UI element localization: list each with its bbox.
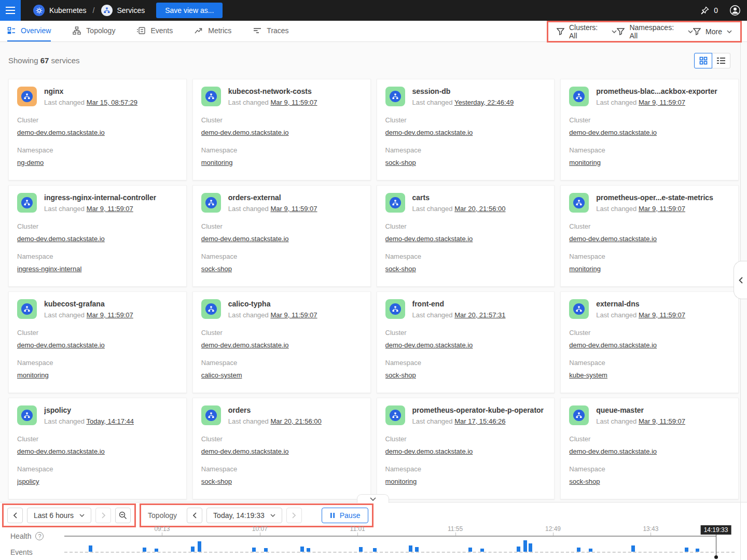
service-name[interactable]: calico-typha [228, 300, 317, 308]
service-card[interactable]: jspolicy Last changed Today, 14:17:44 Cl… [8, 398, 187, 499]
namespace-link[interactable]: sock-shop [385, 371, 416, 379]
service-name[interactable]: kubecost-network-costs [228, 87, 317, 95]
service-card[interactable]: front-end Last changed Mar 20, 21:57:31 … [377, 291, 555, 393]
last-changed-link[interactable]: Mar 9, 11:59:07 [639, 99, 685, 106]
service-card[interactable]: external-dns Last changed Mar 9, 11:59:0… [560, 291, 739, 393]
filter-clusters[interactable]: Clusters: All [557, 23, 617, 40]
help-icon[interactable]: ? [35, 532, 44, 540]
service-name[interactable]: nginx [44, 87, 137, 95]
namespace-link[interactable]: calico-system [201, 371, 242, 379]
event-bar[interactable] [589, 549, 592, 552]
cluster-link[interactable]: demo-dev.demo.stackstate.io [385, 341, 473, 349]
event-bar[interactable] [307, 548, 310, 552]
topology-time-back-button[interactable] [187, 508, 202, 523]
service-card[interactable]: orders Last changed Mar 20, 21:56:00 Clu… [192, 398, 371, 499]
last-changed-link[interactable]: Mar 20, 21:57:31 [454, 311, 505, 319]
event-bar[interactable] [517, 547, 520, 552]
service-name[interactable]: prometheus-operator-kube-p-operator [412, 406, 544, 414]
timeline-collapse-handle[interactable] [357, 494, 389, 503]
namespace-link[interactable]: sock-shop [569, 478, 600, 485]
service-name[interactable]: external-dns [596, 300, 685, 308]
cluster-link[interactable]: demo-dev.demo.stackstate.io [385, 235, 473, 243]
last-changed-link[interactable]: Mar 9, 11:59:07 [270, 311, 317, 319]
last-changed-link[interactable]: Mar 20, 21:56:00 [454, 205, 505, 213]
namespace-link[interactable]: sock-shop [385, 159, 416, 166]
service-card[interactable]: prometheus-oper...e-state-metrics Last c… [560, 185, 739, 287]
last-changed-link[interactable]: Mar 9, 11:59:07 [87, 311, 133, 319]
last-changed-link[interactable]: Mar 9, 11:59:07 [270, 99, 317, 106]
event-bar[interactable] [529, 543, 532, 552]
filter-namespaces[interactable]: Namespaces: All [617, 23, 693, 40]
avatar-icon[interactable] [729, 5, 741, 16]
event-bar[interactable] [89, 545, 92, 552]
last-changed-link[interactable]: Mar 9, 11:59:07 [639, 205, 685, 213]
service-card[interactable]: calico-typha Last changed Mar 9, 11:59:0… [192, 291, 371, 393]
cluster-link[interactable]: demo-dev.demo.stackstate.io [569, 235, 657, 243]
event-bar[interactable] [696, 549, 699, 552]
pin-icon[interactable] [700, 6, 710, 16]
service-name[interactable]: carts [412, 193, 506, 202]
namespace-link[interactable]: kube-system [569, 371, 607, 379]
service-name[interactable]: ingress-nginx-internal-controller [44, 193, 156, 202]
breadcrumb-kubernetes[interactable]: Kubernetes [49, 6, 87, 15]
event-bar[interactable] [252, 548, 256, 552]
namespace-link[interactable]: sock-shop [201, 478, 232, 485]
event-bar[interactable] [359, 547, 363, 552]
cluster-link[interactable]: demo-dev.demo.stackstate.io [569, 341, 657, 349]
tab-overview[interactable]: Overview [7, 21, 51, 41]
last-changed-link[interactable]: Mar 9, 11:59:07 [639, 311, 685, 319]
last-changed-link[interactable]: Mar 9, 11:59:07 [270, 205, 317, 213]
service-name[interactable]: front-end [412, 300, 506, 308]
cluster-link[interactable]: demo-dev.demo.stackstate.io [201, 341, 289, 349]
service-name[interactable]: jspolicy [44, 406, 134, 414]
cluster-link[interactable]: demo-dev.demo.stackstate.io [17, 341, 105, 349]
namespace-link[interactable]: sock-shop [385, 265, 416, 273]
service-name[interactable]: queue-master [596, 406, 685, 414]
event-bar[interactable] [264, 548, 268, 552]
breadcrumb-services[interactable]: Services [117, 6, 145, 15]
event-bar[interactable] [631, 545, 635, 552]
event-bar[interactable] [685, 548, 688, 552]
tab-traces[interactable]: Traces [253, 21, 288, 41]
cluster-link[interactable]: demo-dev.demo.stackstate.io [569, 129, 657, 136]
event-bar[interactable] [523, 540, 527, 552]
tab-metrics[interactable]: Metrics [195, 21, 231, 41]
right-panel-collapse-handle[interactable] [734, 261, 747, 299]
service-card[interactable]: orders-external Last changed Mar 9, 11:5… [192, 185, 371, 287]
service-card[interactable]: kubecost-grafana Last changed Mar 9, 11:… [8, 291, 187, 393]
event-bar[interactable] [480, 549, 484, 552]
zoom-out-button[interactable] [115, 508, 131, 523]
namespace-link[interactable]: ingress-nginx-internal [17, 265, 81, 273]
last-changed-link[interactable]: Mar 9, 11:59:07 [87, 205, 133, 213]
namespace-link[interactable]: monitoring [385, 478, 417, 485]
pause-button[interactable]: Pause [322, 508, 369, 523]
last-changed-link[interactable]: Yesterday, 22:46:49 [454, 99, 514, 106]
cluster-link[interactable]: demo-dev.demo.stackstate.io [17, 129, 105, 136]
service-card[interactable]: ingress-nginx-internal-controller Last c… [8, 185, 187, 287]
event-bar[interactable] [300, 547, 304, 552]
service-name[interactable]: kubecost-grafana [44, 300, 133, 308]
cluster-link[interactable]: demo-dev.demo.stackstate.io [201, 447, 289, 455]
event-bar[interactable] [415, 547, 419, 552]
grid-view-button[interactable] [694, 53, 712, 68]
namespace-link[interactable]: sock-shop [201, 265, 232, 273]
last-changed-link[interactable]: Today, 14:17:44 [86, 417, 134, 425]
topology-time-dropdown[interactable]: Today, 14:19:33 [206, 508, 282, 523]
cluster-link[interactable]: demo-dev.demo.stackstate.io [201, 235, 289, 243]
service-name[interactable]: session-db [412, 87, 514, 95]
cluster-link[interactable]: demo-dev.demo.stackstate.io [385, 447, 473, 455]
event-bar[interactable] [198, 541, 201, 552]
event-bar[interactable] [409, 545, 412, 552]
cluster-link[interactable]: demo-dev.demo.stackstate.io [17, 447, 105, 455]
tab-topology[interactable]: Topology [73, 21, 115, 41]
service-name[interactable]: prometheus-blac...ackbox-exporter [596, 87, 717, 95]
service-card[interactable]: kubecost-network-costs Last changed Mar … [192, 79, 371, 180]
service-name[interactable]: prometheus-oper...e-state-metrics [596, 193, 713, 202]
event-bar[interactable] [373, 548, 377, 552]
event-bar[interactable] [577, 548, 580, 552]
topology-time-forward-button[interactable] [286, 508, 302, 523]
event-bar[interactable] [468, 548, 472, 552]
namespace-link[interactable]: ng-demo [17, 159, 44, 166]
cluster-link[interactable]: demo-dev.demo.stackstate.io [569, 447, 657, 455]
menu-button[interactable] [0, 0, 21, 21]
